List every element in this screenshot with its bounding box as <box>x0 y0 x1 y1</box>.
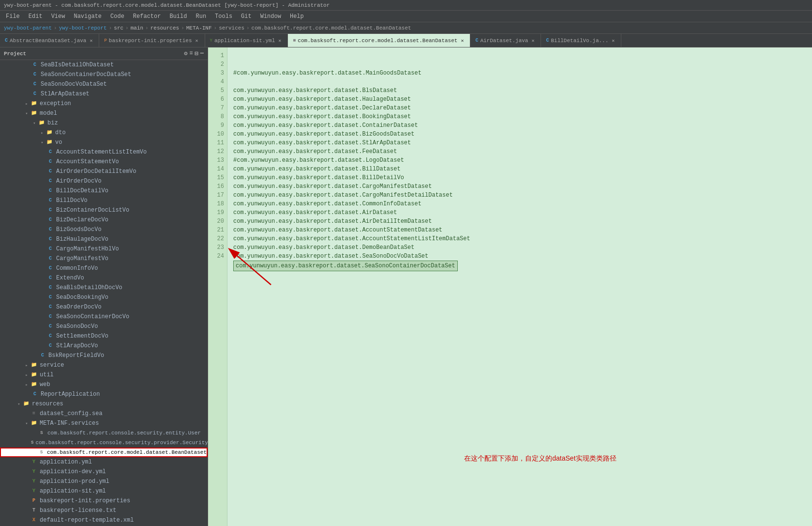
list-item[interactable]: C CargoManifestVo <box>0 254 208 263</box>
sidebar-item-metainf-services[interactable]: 📁 META-INF.services <box>0 418 208 428</box>
menu-refactor[interactable]: Refactor <box>129 12 165 21</box>
tab-close-icon[interactable]: ✕ <box>88 38 94 44</box>
path-segment-3[interactable]: main <box>131 25 143 31</box>
sidebar-item-dataset-config[interactable]: ≡ dataset_config.sea <box>0 409 208 418</box>
c-icon: C <box>46 158 54 165</box>
tab-close-icon[interactable]: ✕ <box>610 38 616 44</box>
code-line-18: com.yunwuyun.easy.baskreport.dataset.Air… <box>233 209 397 216</box>
sidebar-item-util[interactable]: 📁 util <box>0 370 208 380</box>
menu-tools[interactable]: Tools <box>211 12 236 21</box>
sidebar-item-security-user[interactable]: S com.basksoft.report.console.security.e… <box>0 428 208 438</box>
sidebar-item[interactable]: C SeaSonoDocVoDataSet <box>0 79 208 89</box>
sidebar-minimize-icon[interactable]: — <box>200 50 204 57</box>
chevron-down-icon <box>15 402 22 407</box>
list-item[interactable]: C CommonInfoVo <box>0 263 208 273</box>
path-segment-6[interactable]: services <box>219 25 244 31</box>
path-segment-7[interactable]: com.basksoft.report.core.model.dataset.B… <box>252 25 411 31</box>
menu-build[interactable]: Build <box>165 12 191 21</box>
sidebar-gear-icon[interactable]: ⚙ <box>184 50 187 57</box>
c-icon: C <box>46 304 54 310</box>
code-editor[interactable]: 1 2 3 4 5 6 7 8 9 10 11 12 13 14 15 16 1… <box>208 47 812 526</box>
folder-icon: 📁 <box>30 381 38 388</box>
list-item[interactable]: C SeaSonoContainerDocVo <box>0 312 208 322</box>
sidebar-sort-icon[interactable]: ≡ <box>189 50 193 57</box>
tab-close-icon[interactable]: ✕ <box>277 38 283 44</box>
list-item[interactable]: C StlArapDocVo <box>0 341 208 351</box>
tab-label: baskreport-init.properties <box>109 38 192 44</box>
sidebar-item[interactable]: C SeaBIsDetailOhDataset <box>0 60 208 70</box>
list-item[interactable]: C BizContainerDocListVo <box>0 205 208 215</box>
sidebar-item-dto[interactable]: 📁 dto <box>0 128 208 138</box>
tab-abstract-bean-dataset[interactable]: C AbstractBeanDataSet.java ✕ <box>0 34 99 47</box>
menu-window[interactable]: Window <box>256 12 285 21</box>
sidebar-item-biz[interactable]: 📁 biz <box>0 118 208 128</box>
c-icon: C <box>46 197 54 204</box>
tab-bill-detail-vo[interactable]: C BillDetailVo.ja... ✕ <box>541 34 621 47</box>
tab-close-icon[interactable]: ✕ <box>194 38 200 44</box>
folder-icon: 📁 <box>22 401 30 407</box>
path-segment-5[interactable]: META-INF <box>186 25 212 31</box>
list-item[interactable]: C AccountStatementVo <box>0 157 208 167</box>
code-line-2: #com.yunwuyun.easy.baskreport.dataset.Ma… <box>233 70 421 77</box>
sidebar-item-service[interactable]: 📁 service <box>0 360 208 370</box>
sidebar-item-baskreport-license[interactable]: T baskreport-license.txt <box>0 506 208 515</box>
list-item[interactable]: C SeaSonoDocVo <box>0 322 208 331</box>
tab-bean-dataset[interactable]: ■ com.basksoft.report.core.model.dataset… <box>288 34 470 47</box>
service-icon: S <box>38 430 45 436</box>
list-item[interactable]: C BizHaulageDocVo <box>0 234 208 244</box>
list-item[interactable]: C AirOrderDocDetailItemVo <box>0 167 208 176</box>
sidebar-collapse-icon[interactable]: ⊟ <box>195 50 198 57</box>
sidebar-item[interactable]: C StlArApDataset <box>0 89 208 99</box>
path-segment-0[interactable]: ywy-boot-parent <box>4 25 52 31</box>
sidebar-item-application-yml[interactable]: Y application.yml <box>0 457 208 467</box>
list-item[interactable]: C SeaOrderDocVo <box>0 302 208 312</box>
tab-baskreport-init[interactable]: P baskreport-init.properties ✕ <box>99 34 205 47</box>
sidebar-item-application-sit[interactable]: Y application-sit.yml <box>0 486 208 496</box>
list-item[interactable]: C ExtendVo <box>0 273 208 283</box>
list-item[interactable]: C SeaBlsDetailOhDocVo <box>0 283 208 293</box>
c-icon: C <box>46 168 54 175</box>
list-item[interactable]: C AirOrderDocVo <box>0 176 208 186</box>
c-icon: C <box>46 313 54 320</box>
tab-close-icon[interactable]: ✕ <box>530 38 536 44</box>
menu-help[interactable]: Help <box>286 12 308 21</box>
menu-run[interactable]: Run <box>192 12 210 21</box>
list-item[interactable]: C BillDocVo <box>0 196 208 205</box>
sidebar-item-bean-dataset[interactable]: S com.basksoft.report.core.model.dataset… <box>0 448 208 457</box>
code-line-5: com.yunwuyun.easy.baskreport.dataset.Hau… <box>233 96 411 103</box>
title-bar: ywy-boot-parent - com.basksoft.report.co… <box>0 0 812 11</box>
sidebar-item-exception[interactable]: 📁 exception <box>0 99 208 108</box>
tab-application-sit[interactable]: Y application-sit.yml ✕ <box>205 34 288 47</box>
sidebar-item-reportapp[interactable]: C ReportApplication <box>0 389 208 399</box>
menu-git[interactable]: Git <box>237 12 256 21</box>
path-segment-4[interactable]: resources <box>150 25 179 31</box>
sidebar-item-application-prod[interactable]: Y application-prod.yml <box>0 477 208 486</box>
sidebar-item-resources[interactable]: 📁 resources <box>0 399 208 409</box>
menu-file[interactable]: File <box>2 12 24 21</box>
sidebar-item[interactable]: C SeaSonoContainerDocDataSet <box>0 70 208 79</box>
list-item[interactable]: C BillDocDetailVo <box>0 186 208 196</box>
list-item[interactable]: C BizDeclareDocVo <box>0 215 208 225</box>
path-segment-2[interactable]: src <box>114 25 123 31</box>
tab-prop-icon: P <box>104 38 106 43</box>
sidebar-item-application-dev[interactable]: Y application-dev.yml <box>0 467 208 477</box>
list-item[interactable]: C SettlementDocVo <box>0 331 208 341</box>
sidebar-item-model[interactable]: 📁 model <box>0 108 208 118</box>
list-item[interactable]: C SeaDocBookingVo <box>0 293 208 302</box>
list-item[interactable]: C CargoManifestHblVo <box>0 244 208 254</box>
menu-edit[interactable]: Edit <box>25 12 46 21</box>
sidebar-item-bskreportfieldvo[interactable]: C BskReportFieldVo <box>0 351 208 360</box>
list-item[interactable]: C BizGoodsDocVo <box>0 225 208 234</box>
menu-view[interactable]: View <box>47 12 69 21</box>
sidebar-item-baskreport-init[interactable]: P baskreport-init.properties <box>0 496 208 506</box>
tab-close-icon[interactable]: ✕ <box>459 38 465 44</box>
menu-code[interactable]: Code <box>106 12 128 21</box>
sidebar-item-web[interactable]: 📁 web <box>0 380 208 389</box>
sidebar-item-security-provider[interactable]: S com.basksoft.report.console.security.p… <box>0 438 208 448</box>
sidebar-item-vo[interactable]: 📁 vo <box>0 138 208 147</box>
path-segment-1[interactable]: ywy-boot-report <box>59 25 107 31</box>
menu-navigate[interactable]: Navigate <box>70 12 105 21</box>
list-item[interactable]: C AccountStatementListItemVo <box>0 147 208 157</box>
tab-air-dataset[interactable]: C AirDataset.java ✕ <box>470 34 541 47</box>
sidebar-item-default-report[interactable]: X default-report-template.xml <box>0 515 208 525</box>
